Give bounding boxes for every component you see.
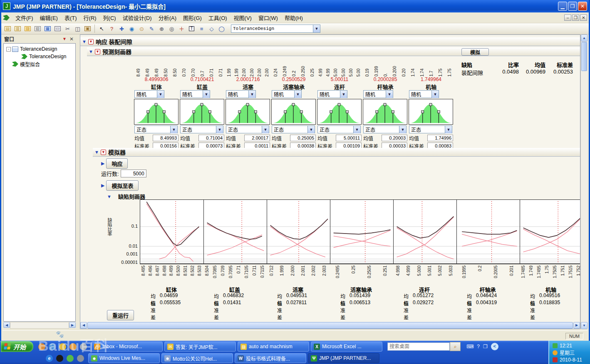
minimize-button[interactable]: ▁ — [558, 2, 567, 11]
menu-item-8[interactable]: 工具(O) — [205, 12, 231, 23]
menu-item-5[interactable]: 试验设计(D) — [119, 12, 155, 23]
cursor-icon[interactable]: ↖ — [97, 24, 107, 33]
tree-item-2[interactable]: 模型拟合 — [5, 60, 74, 68]
tree-item-1[interactable]: ToleranceDesign — [5, 53, 74, 60]
plus-tool-icon[interactable]: ＋ — [177, 24, 186, 33]
quick-launch-qq-icon[interactable] — [56, 355, 63, 362]
normal-select[interactable]: 正态▼ — [409, 125, 452, 133]
oval-tool-icon[interactable]: ◯ — [217, 24, 226, 33]
simulate-to-table-button[interactable]: 模拟至表 — [106, 180, 139, 191]
random-select[interactable]: 随机▼ — [226, 90, 256, 98]
task-button-word-icon[interactable]: W投标书格式科理备... — [235, 353, 306, 363]
help-icon[interactable]: ? — [107, 24, 117, 33]
table-combo[interactable]: ToleranceDesign ▼ — [231, 25, 320, 33]
keyboard-icon[interactable]: ⌨ — [466, 344, 473, 349]
chevron-down-icon[interactable]: ▼ — [399, 126, 406, 133]
print-icon[interactable]: ▭ — [53, 24, 62, 33]
chevron-down-icon[interactable]: ▼ — [431, 91, 439, 98]
paste-icon[interactable]: ▣ — [83, 24, 92, 33]
defect-panel-0[interactable] — [140, 200, 203, 263]
distribution-plot[interactable] — [363, 99, 407, 125]
open-folder-icon[interactable]: ▨ — [23, 24, 32, 33]
menu-item-4[interactable]: 列(C) — [100, 12, 119, 23]
chevron-down-icon[interactable]: ▼ — [157, 91, 164, 98]
help-tray-icon[interactable]: ? — [477, 344, 480, 349]
disclosure-open-icon[interactable]: ▼ — [94, 150, 99, 155]
normal-select[interactable]: 正态▼ — [134, 125, 178, 133]
panel-splitter[interactable] — [77, 34, 80, 329]
task-button-jmp-icon[interactable]: ΨJMP (JMP PARTNER... — [308, 353, 379, 363]
lines-tool-icon[interactable]: ≡ — [197, 24, 206, 33]
disclosure-open-icon[interactable]: ▼ — [89, 49, 93, 54]
mdi-restore-button[interactable]: ❐ — [572, 15, 579, 21]
simulate-button[interactable]: 模拟 — [461, 48, 489, 56]
tree-expander-icon[interactable]: - — [6, 47, 11, 52]
vscroll-thumb[interactable] — [581, 42, 587, 71]
response-outline-header[interactable]: ▼ ▼ 响应 装配间隙 — [80, 37, 580, 46]
distribution-plot[interactable] — [317, 99, 362, 125]
task-button-mail-icon[interactable]: ✉答复: 关于JMP软... — [164, 342, 236, 352]
copy-icon[interactable]: ◫ — [73, 24, 82, 33]
chevron-down-icon[interactable]: ▼ — [248, 91, 255, 98]
content-hscrollbar[interactable]: ◀ ▶ — [80, 322, 580, 329]
desktop-search[interactable]: ⌕ — [387, 342, 461, 351]
menu-item-3[interactable]: 行(R) — [80, 12, 100, 23]
search-icon[interactable]: ⌕ — [450, 342, 461, 351]
distribution-plot[interactable] — [271, 99, 316, 125]
scroll-left-icon[interactable]: ◀ — [80, 322, 87, 329]
globe-icon[interactable]: ◉ — [127, 24, 136, 33]
response-section-button[interactable]: 响应 — [106, 158, 128, 169]
chevron-down-icon[interactable]: ▼ — [340, 91, 347, 98]
simulator-outline-header[interactable]: ▼ ▼ 模拟器 — [93, 148, 580, 157]
panel-close-icon[interactable]: ✕ — [68, 36, 75, 42]
new-journal-icon[interactable]: ▥ — [13, 24, 22, 33]
distribution-plot[interactable] — [226, 99, 270, 125]
restore-button[interactable]: ❐ — [568, 2, 577, 11]
task-button-excel-icon[interactable]: XMicrosoft Excel ... — [311, 342, 382, 352]
close-button[interactable]: ✕ — [578, 2, 587, 11]
chevron-down-icon[interactable]: ▼ — [445, 126, 452, 133]
quick-launch-globe-icon[interactable] — [67, 355, 74, 362]
menu-item-7[interactable]: 图形(G) — [180, 12, 205, 23]
normal-select[interactable]: 正态▼ — [317, 125, 361, 133]
menu-item-11[interactable]: 帮助(H) — [281, 12, 306, 23]
distribution-plot[interactable] — [180, 99, 224, 125]
chevron-down-icon[interactable]: ▼ — [386, 91, 393, 98]
scroll-down-icon[interactable]: ▼ — [581, 322, 588, 329]
disclosure-open-icon[interactable]: ▼ — [107, 194, 112, 199]
normal-select[interactable]: 正态▼ — [180, 125, 223, 133]
tree-item-0[interactable]: -ToleranceDesign — [5, 45, 74, 53]
distribution-plot[interactable] — [134, 99, 178, 125]
normal-select[interactable]: 正态▼ — [272, 125, 315, 133]
chevron-down-icon[interactable]: ▼ — [353, 126, 360, 133]
mdi-minimize-button[interactable]: – — [564, 15, 571, 21]
quick-launch-ie-icon[interactable]: e — [46, 355, 53, 362]
random-select[interactable]: 随机▼ — [272, 90, 302, 98]
scroll-left-icon[interactable]: ◀ — [3, 322, 10, 328]
quick-launch-media-icon[interactable] — [59, 343, 66, 350]
defect-panel-4[interactable] — [393, 200, 456, 263]
hscroll-thumb[interactable] — [87, 322, 573, 329]
task-button-folder-icon[interactable]: ▨auto and machnism — [238, 342, 309, 352]
scroll-right-icon[interactable]: ▶ — [69, 322, 76, 328]
quick-launch-grid-icon[interactable] — [77, 355, 84, 362]
chevron-down-icon[interactable]: ▼ — [170, 126, 177, 133]
brush-icon[interactable]: ✎ — [147, 24, 156, 33]
rerun-button[interactable]: 重运行 — [107, 310, 134, 320]
disclosure-open-icon[interactable]: ▼ — [82, 39, 87, 44]
defect-panel-5[interactable] — [456, 200, 520, 263]
chevron-down-icon[interactable]: ▼ — [294, 91, 301, 98]
polygon-tool-icon[interactable]: ◇ — [207, 24, 216, 33]
panel-menu-icon[interactable]: ▼ — [61, 37, 68, 41]
mean-field[interactable]: 2.00017 — [244, 135, 270, 141]
window-tray-icon[interactable]: ❐ — [483, 344, 488, 349]
text-tool-icon[interactable]: T — [187, 24, 196, 33]
red-hotspot-icon[interactable]: ▼ — [101, 150, 106, 155]
grabber-hand-icon[interactable]: ⊙ — [137, 24, 146, 33]
random-select[interactable]: 随机▼ — [134, 90, 164, 98]
menu-item-0[interactable]: 文件(F) — [12, 12, 37, 23]
normal-select[interactable]: 正态▼ — [226, 125, 269, 133]
quick-launch-people-icon[interactable] — [38, 343, 45, 350]
random-select[interactable]: 随机▼ — [363, 90, 393, 98]
defect-panel-6[interactable] — [520, 200, 580, 263]
